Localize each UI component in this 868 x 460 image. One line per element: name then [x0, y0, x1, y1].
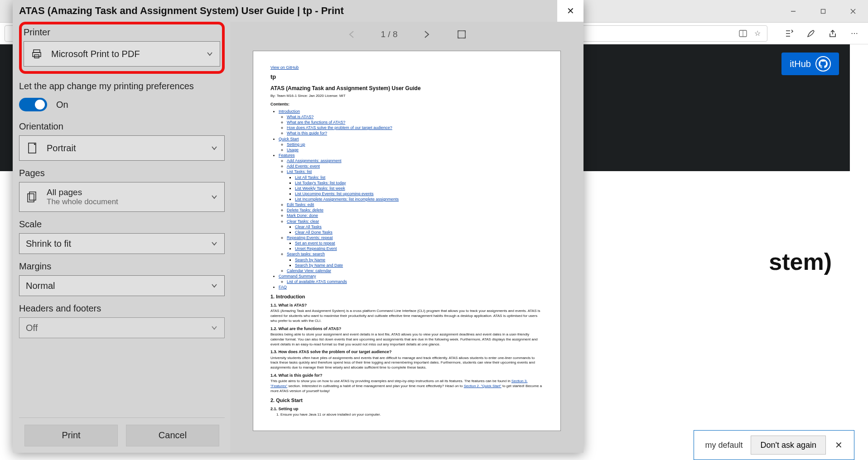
chevron-down-icon — [211, 324, 218, 331]
chevron-down-icon — [211, 282, 218, 289]
print-settings-panel: Printer Microsoft Print to PDF Let the a… — [13, 22, 230, 453]
fullscreen-icon[interactable] — [455, 28, 468, 41]
svg-rect-11 — [29, 192, 36, 200]
chevron-down-icon — [211, 144, 218, 152]
chevron-down-icon — [211, 240, 218, 247]
banner-close-button[interactable]: ✕ — [829, 436, 848, 454]
scale-value: Shrink to fit — [26, 239, 203, 249]
chevron-down-icon — [211, 193, 218, 201]
printer-label: Printer — [24, 27, 220, 38]
print-button[interactable]: Print — [24, 425, 118, 446]
doc-meta: By: Team M16-1 Since: Jan 2020 License: … — [270, 94, 543, 99]
dialog-close-button[interactable]: ✕ — [557, 0, 583, 22]
margins-label: Margins — [19, 261, 225, 272]
preview-page: View on GitHub tp ATAS (Amazing Task and… — [253, 51, 561, 431]
github-button-label: itHub — [790, 59, 811, 69]
pref-label: Let the app change my printing preferenc… — [19, 81, 225, 91]
pref-status: On — [56, 100, 68, 110]
favorite-star-icon[interactable]: ☆ — [754, 29, 761, 38]
next-page-button[interactable] — [420, 28, 433, 41]
window-close-button[interactable] — [843, 4, 863, 19]
banner-dont-ask-button[interactable]: Don't ask again — [751, 436, 826, 455]
page-title-partial: stem) — [769, 248, 832, 275]
github-button[interactable]: itHub — [781, 53, 839, 75]
favorites-icon[interactable] — [785, 29, 794, 38]
pages-icon — [26, 191, 39, 203]
print-preview-panel: 1 / 8 View on GitHub tp ATAS (Amazing Ta… — [230, 22, 583, 453]
printer-value: Microsoft Print to PDF — [51, 49, 198, 59]
doc-tp: tp — [270, 73, 543, 81]
doc-sect-2: 2. Quick Start — [270, 397, 543, 404]
share-icon[interactable] — [828, 29, 837, 38]
svg-rect-6 — [34, 50, 40, 53]
printer-icon — [30, 48, 43, 60]
margins-value: Normal — [26, 281, 203, 291]
scale-select[interactable]: Shrink to fit — [19, 233, 225, 254]
prev-page-button[interactable] — [346, 28, 358, 41]
svg-rect-1 — [821, 9, 825, 13]
doc-view-github: View on GitHub — [270, 65, 299, 70]
preview-toolbar: 1 / 8 — [230, 22, 583, 47]
github-icon — [815, 56, 831, 72]
orientation-label: Orientation — [19, 121, 225, 132]
pages-label: Pages — [19, 168, 225, 178]
headers-select[interactable]: Off — [19, 317, 225, 338]
doc-title: ATAS (Amazing Task and Assignment System… — [270, 85, 543, 92]
banner-my-default-text: my default — [700, 441, 747, 450]
svg-rect-12 — [458, 31, 465, 38]
reader-icon[interactable] — [739, 29, 747, 38]
pref-toggle[interactable] — [19, 98, 47, 111]
printer-select[interactable]: Microsoft Print to PDF — [24, 41, 220, 67]
doc-toc: Introduction What is ATAS? What are the … — [270, 109, 543, 290]
cancel-button[interactable]: Cancel — [126, 425, 219, 446]
pages-select[interactable]: All pages The whole document — [19, 182, 225, 212]
headers-label: Headers and footers — [19, 303, 225, 314]
annotation-highlight: Printer Microsoft Print to PDF — [19, 22, 225, 74]
scale-label: Scale — [19, 219, 225, 230]
window-minimize-button[interactable] — [783, 4, 804, 19]
doc-contents-label: Contents: — [270, 101, 543, 107]
pages-sub: The whole document — [47, 197, 203, 206]
chevron-down-icon — [206, 50, 213, 58]
window-maximize-button[interactable] — [813, 4, 834, 19]
pen-icon[interactable] — [806, 29, 815, 38]
orientation-value: Portrait — [47, 143, 203, 153]
print-dialog: ATAS (Amazing Task and Assignment System… — [13, 0, 583, 453]
menu-dots-icon[interactable]: ⋯ — [850, 29, 859, 38]
margins-select[interactable]: Normal — [19, 275, 225, 296]
svg-rect-10 — [28, 194, 34, 202]
dialog-title: ATAS (Amazing Task and Assignment System… — [19, 5, 344, 17]
page-indicator: 1 / 8 — [381, 29, 398, 39]
pages-value: All pages — [47, 187, 203, 197]
default-browser-banner: my default Don't ask again ✕ — [694, 430, 854, 460]
dialog-titlebar: ATAS (Amazing Task and Assignment System… — [13, 0, 583, 22]
dialog-footer: Print Cancel — [19, 417, 225, 453]
doc-sect-1: 1. Introduction — [270, 293, 543, 300]
orientation-select[interactable]: Portrait — [19, 135, 225, 161]
portrait-icon — [26, 142, 39, 154]
headers-value: Off — [26, 323, 203, 333]
